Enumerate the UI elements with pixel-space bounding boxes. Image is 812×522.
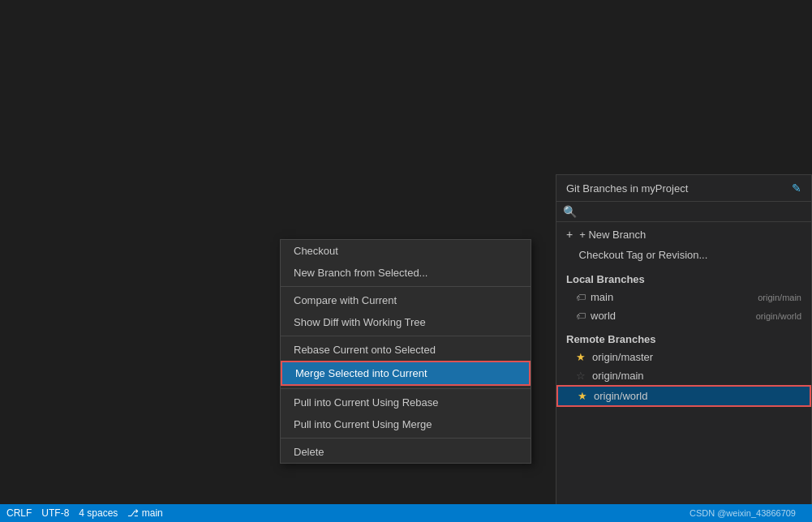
remote-origin-master-name: ★ origin/master <box>576 351 653 363</box>
new-branch-action[interactable]: + + New Branch <box>556 224 811 245</box>
local-branches-label: Local Branches <box>556 268 811 288</box>
git-branches-panel: Git Branches in myProject ✎ 🔍 + + New Br… <box>556 174 812 522</box>
divider-4 <box>281 438 531 439</box>
branch-world-remote: origin/world <box>756 311 801 321</box>
remote-origin-main[interactable]: ☆ origin/main <box>556 366 811 385</box>
status-watermark: CSDN @weixin_43866709 <box>690 508 796 518</box>
context-menu-compare-with-current[interactable]: Compare with Current <box>281 289 531 311</box>
star-icon-world: ★ <box>578 390 587 402</box>
context-menu-pull-merge[interactable]: Pull into Current Using Merge <box>281 413 531 435</box>
context-menu-merge-selected[interactable]: Merge Selected into Current <box>281 361 531 386</box>
remote-origin-world[interactable]: ★ origin/world <box>556 385 811 407</box>
checkout-tag-action[interactable]: + Checkout Tag or Revision... <box>556 245 811 265</box>
git-panel-header: Git Branches in myProject ✎ <box>556 175 811 202</box>
new-branch-label: + New Branch <box>579 229 646 241</box>
status-spaces[interactable]: 4 spaces <box>79 507 118 519</box>
branch-world-name: 🏷 world <box>576 310 616 322</box>
context-menu-delete[interactable]: Delete <box>281 441 531 463</box>
remote-origin-world-name: ★ origin/world <box>578 390 647 402</box>
branch-world[interactable]: 🏷 world origin/world <box>556 306 811 325</box>
git-panel-title: Git Branches in myProject <box>566 182 688 195</box>
remote-branches-label: Remote Branches <box>556 328 811 348</box>
branch-main-remote: origin/main <box>758 293 801 302</box>
status-branch[interactable]: ⎇ main <box>127 507 162 519</box>
context-menu-checkout[interactable]: Checkout <box>281 240 531 262</box>
git-search-bar: 🔍 <box>556 202 811 222</box>
search-input[interactable] <box>582 206 805 218</box>
status-bar: CRLF UTF-8 4 spaces ⎇ main CSDN @weixin_… <box>0 504 812 522</box>
divider-3 <box>281 388 531 389</box>
context-menu-show-diff[interactable]: Show Diff with Working Tree <box>281 311 531 333</box>
search-icon: 🔍 <box>563 205 577 218</box>
context-menu: Checkout New Branch from Selected... Com… <box>280 239 531 464</box>
context-menu-rebase-current[interactable]: Rebase Current onto Selected <box>281 339 531 361</box>
star-icon-main: ☆ <box>576 370 586 382</box>
edit-icon[interactable]: ✎ <box>792 182 801 195</box>
tag-icon-main: 🏷 <box>576 292 586 303</box>
plus-icon: + <box>566 228 573 241</box>
status-encoding[interactable]: UTF-8 <box>41 507 69 519</box>
remote-origin-master[interactable]: ★ origin/master <box>556 348 811 366</box>
branch-main[interactable]: 🏷 main origin/main <box>556 288 811 306</box>
status-crlf[interactable]: CRLF <box>6 507 32 519</box>
context-menu-pull-rebase[interactable]: Pull into Current Using Rebase <box>281 392 531 413</box>
git-section-actions: + + New Branch + Checkout Tag or Revisio… <box>556 222 811 267</box>
divider-2 <box>281 336 531 336</box>
remote-origin-main-name: ☆ origin/main <box>576 370 644 382</box>
local-branches-section: Local Branches 🏷 main origin/main 🏷 worl… <box>556 267 811 327</box>
remote-branches-section: Remote Branches ★ origin/master ☆ origin… <box>556 327 811 409</box>
checkout-tag-label: Checkout Tag or Revision... <box>579 249 708 261</box>
branch-main-name: 🏷 main <box>576 291 613 303</box>
tag-icon-world: 🏷 <box>576 310 586 322</box>
divider-1 <box>281 286 531 287</box>
context-menu-new-branch-from-selected[interactable]: New Branch from Selected... <box>281 262 531 284</box>
star-icon-master: ★ <box>576 351 586 363</box>
